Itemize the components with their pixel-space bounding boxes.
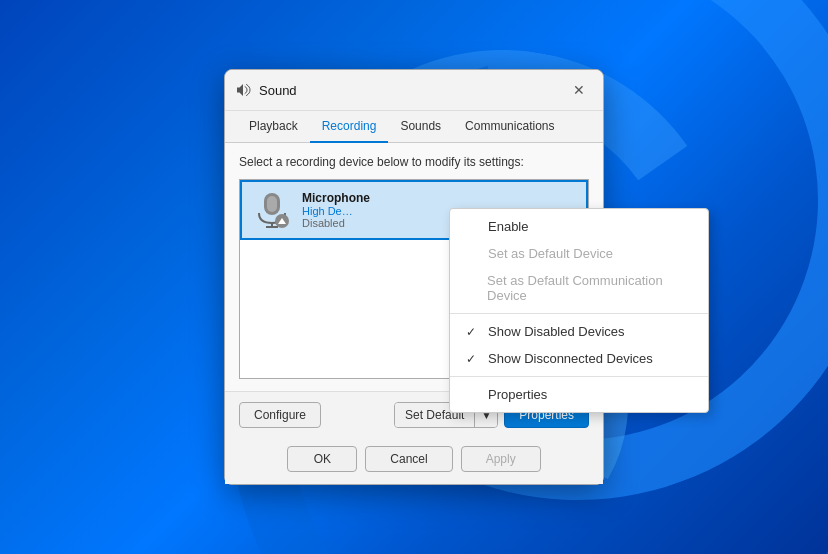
ctx-separator-1 <box>450 313 708 314</box>
sound-icon <box>235 82 251 98</box>
ctx-properties-label: Properties <box>488 387 547 402</box>
apply-button[interactable]: Apply <box>461 446 541 472</box>
tab-sounds[interactable]: Sounds <box>388 111 453 143</box>
tab-recording[interactable]: Recording <box>310 111 389 143</box>
ctx-show-disconnected-check: ✓ <box>466 352 480 366</box>
ctx-enable[interactable]: Enable <box>450 213 708 240</box>
close-button[interactable]: ✕ <box>567 78 591 102</box>
instruction-text: Select a recording device below to modif… <box>239 155 589 169</box>
ctx-properties[interactable]: Properties <box>450 381 708 408</box>
ctx-enable-label: Enable <box>488 219 528 234</box>
ctx-set-default-device: Set as Default Device <box>450 240 708 267</box>
action-footer: OK Cancel Apply <box>225 438 603 484</box>
footer-left: Configure <box>239 402 321 428</box>
device-name: Microphone <box>302 191 576 205</box>
microphone-device-icon <box>252 190 292 230</box>
ctx-set-default-label: Set as Default Device <box>488 246 613 261</box>
tab-playback[interactable]: Playback <box>237 111 310 143</box>
tabs-container: Playback Recording Sounds Communications <box>225 111 603 143</box>
title-bar: Sound ✕ <box>225 70 603 111</box>
ctx-show-disconnected-label: Show Disconnected Devices <box>488 351 653 366</box>
ctx-show-disabled[interactable]: ✓ Show Disabled Devices <box>450 318 708 345</box>
ctx-set-default-comm: Set as Default Communication Device <box>450 267 708 309</box>
configure-button[interactable]: Configure <box>239 402 321 428</box>
ok-button[interactable]: OK <box>287 446 357 472</box>
ctx-show-disabled-check: ✓ <box>466 325 480 339</box>
ctx-show-disconnected[interactable]: ✓ Show Disconnected Devices <box>450 345 708 372</box>
context-menu: Enable Set as Default Device Set as Defa… <box>449 208 709 413</box>
sound-dialog: Sound ✕ Playback Recording Sounds Commun… <box>224 69 604 485</box>
cancel-button[interactable]: Cancel <box>365 446 452 472</box>
dialog-title: Sound <box>259 83 567 98</box>
ctx-set-default-comm-label: Set as Default Communication Device <box>487 273 692 303</box>
tab-communications[interactable]: Communications <box>453 111 566 143</box>
ctx-separator-2 <box>450 376 708 377</box>
dialog-overlay: Sound ✕ Playback Recording Sounds Commun… <box>0 0 828 554</box>
svg-rect-1 <box>267 196 277 212</box>
ctx-show-disabled-label: Show Disabled Devices <box>488 324 625 339</box>
